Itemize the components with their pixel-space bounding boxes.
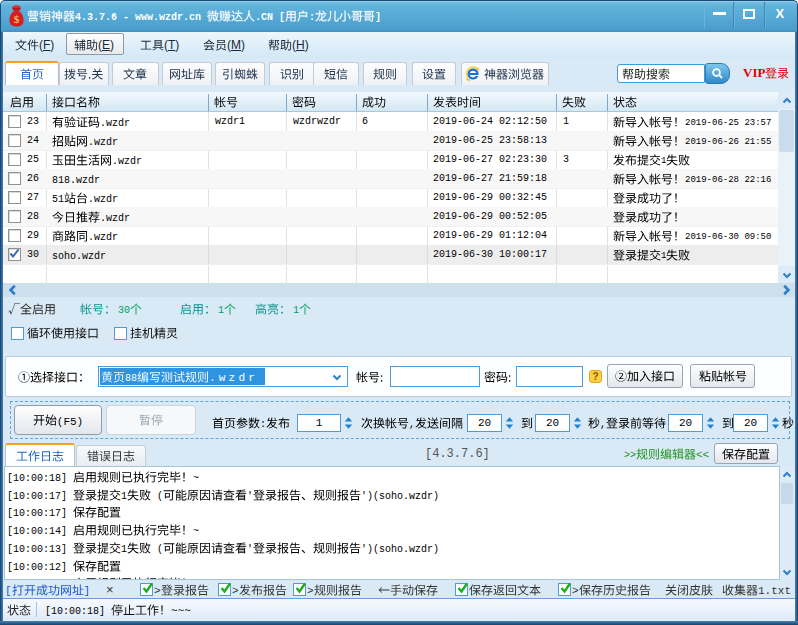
svg-text:$: $ bbox=[14, 13, 20, 25]
